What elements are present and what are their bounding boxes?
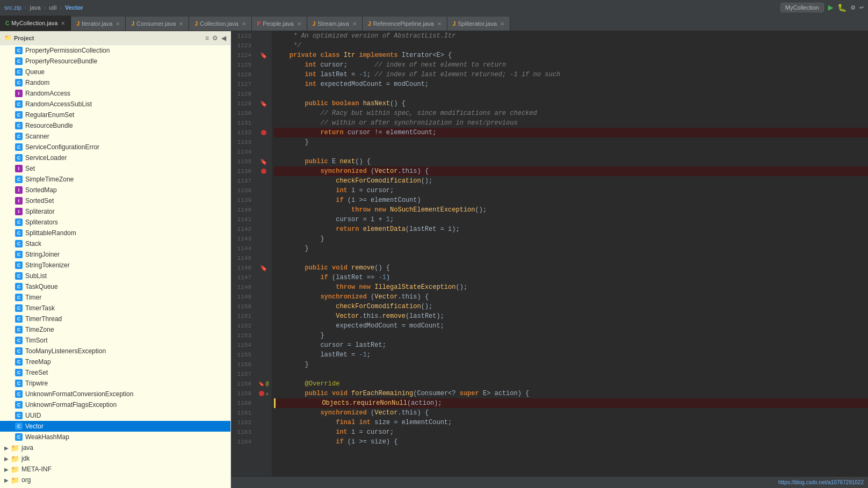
code-line xyxy=(274,253,868,263)
sidebar-item[interactable]: C TimerTask xyxy=(0,303,230,314)
sidebar-item-label: StringTokenizer xyxy=(25,261,70,269)
tab-stream[interactable]: J Stream.java ✕ xyxy=(307,17,363,31)
breakpoint-1136[interactable] xyxy=(261,169,266,174)
code-line xyxy=(274,89,868,99)
sidebar-item[interactable]: C Timer xyxy=(0,292,230,303)
tab-people-close[interactable]: ✕ xyxy=(297,21,301,27)
breakpoint-1160[interactable] xyxy=(259,391,264,396)
code-line: cursor = i + 1; xyxy=(274,215,868,224)
sidebar-collapse-icon[interactable]: ≡ xyxy=(205,34,209,42)
debug-button[interactable]: 🐛 xyxy=(837,3,847,12)
sidebar-item[interactable]: I RandomAccess xyxy=(0,88,230,99)
sidebar-item[interactable]: C UnknownFormatFlagsException xyxy=(0,399,230,410)
bookmark-icon-1129[interactable]: 🔖 xyxy=(260,100,267,107)
tab-spliterator-close[interactable]: ✕ xyxy=(500,21,504,27)
sidebar-item[interactable]: C WeakHashMap xyxy=(0,432,230,442)
sidebar-item[interactable]: C TooManyListenersException xyxy=(0,346,230,356)
sidebar-item-label: ServiceConfigurationError xyxy=(25,143,99,151)
sidebar-settings-icon[interactable]: ⚙ xyxy=(212,34,218,42)
sidebar-item[interactable]: I Set xyxy=(0,163,230,174)
tab-referencepipeline-close[interactable]: ✕ xyxy=(437,21,442,27)
sidebar-item[interactable]: C UnknownFormatConversionException xyxy=(0,389,230,399)
sidebar-item[interactable]: C UUID xyxy=(0,410,230,421)
sidebar-item[interactable]: C ResourceBundle xyxy=(0,120,230,131)
code-line-1160: Objects.requireNonNull(action); xyxy=(274,398,868,408)
tab-spliterator[interactable]: J Spliterator.java ✕ xyxy=(447,17,510,31)
editor-content[interactable]: 1122 1123 1124 1125 1126 1127 1128 1129 … xyxy=(231,31,868,476)
bookmark-icon-1159[interactable]: 🔖 xyxy=(258,381,264,387)
bookmark-icon-1124[interactable]: 🔖 xyxy=(260,52,267,59)
bookmark-icon-1135[interactable]: 🔖 xyxy=(260,158,267,165)
sidebar-item[interactable]: C Stack xyxy=(0,238,230,249)
sidebar-item-label: Spliterator xyxy=(25,208,55,215)
sidebar-item-label: UnknownFormatConversionException xyxy=(25,390,133,398)
breakpoint-1132[interactable] xyxy=(261,130,266,135)
sidebar-item[interactable]: C TreeSet xyxy=(0,367,230,378)
code-line: if (lastRet == -1) xyxy=(274,273,868,282)
path-srczip[interactable]: src.zip xyxy=(4,4,21,11)
code-line: } xyxy=(274,331,868,340)
sidebar-item[interactable]: C TimeZone xyxy=(0,324,230,335)
sidebar-item[interactable]: C Scanner xyxy=(0,131,230,142)
sidebar-item[interactable]: C ServiceConfigurationError xyxy=(0,142,230,152)
tab-mycollection-close[interactable]: ✕ xyxy=(61,20,65,26)
sidebar-item[interactable]: C SplittableRandom xyxy=(0,228,230,238)
undo-icon[interactable]: ↩ xyxy=(859,3,864,12)
settings-icon[interactable]: ⚙ xyxy=(851,3,855,12)
sidebar-item[interactable]: C ServiceLoader xyxy=(0,152,230,163)
tab-consumer-close[interactable]: ✕ xyxy=(179,21,183,27)
tab-stream-close[interactable]: ✕ xyxy=(352,21,357,27)
tab-people[interactable]: P People.java ✕ xyxy=(252,17,307,31)
folder-jdk[interactable]: ▶ 📁 jdk xyxy=(0,453,230,464)
code-line xyxy=(274,147,868,157)
tab-iterator-close[interactable]: ✕ xyxy=(115,21,120,27)
bookmark-icon-1146[interactable]: 🔖 xyxy=(260,265,267,272)
sidebar-item[interactable]: C TimerThread xyxy=(0,314,230,324)
sidebar-item[interactable]: I SortedMap xyxy=(0,185,230,195)
sidebar-item[interactable]: C Random xyxy=(0,77,230,88)
sidebar-item[interactable]: C StringTokenizer xyxy=(0,260,230,271)
tab-iterator[interactable]: J Iterator.java ✕ xyxy=(71,17,126,31)
tab-collection-close[interactable]: ✕ xyxy=(242,21,246,27)
code-line: Vector.this.remove(lastRet); xyxy=(274,311,868,321)
code-line: int i = cursor; xyxy=(274,427,868,437)
code-line: } xyxy=(274,234,868,244)
sidebar-item-vector[interactable]: C Vector xyxy=(0,421,230,432)
sidebar-item-label: Stack xyxy=(25,240,41,247)
sidebar-item[interactable]: C StringJoiner xyxy=(0,249,230,260)
sidebar-item[interactable]: C PropertyPermissionCollection xyxy=(0,45,230,56)
path-java[interactable]: java xyxy=(30,4,40,11)
sidebar-item[interactable]: C SimpleTimeZone xyxy=(0,174,230,185)
status-url: https://blog.csdn.net/a10767291022 xyxy=(778,479,864,485)
run-config-selector[interactable]: MyCollection xyxy=(780,3,824,12)
sidebar-item[interactable]: C TreeMap xyxy=(0,356,230,367)
sidebar-item-label: TimeZone xyxy=(25,326,54,333)
tab-people-label: People.java xyxy=(263,20,294,27)
sidebar-item[interactable]: C Spliterators xyxy=(0,217,230,228)
sidebar-item[interactable]: C TaskQueue xyxy=(0,281,230,292)
sidebar-hide-icon[interactable]: ◀ xyxy=(221,34,226,42)
sidebar-item[interactable]: C RandomAccessSubList xyxy=(0,99,230,110)
path-util[interactable]: util xyxy=(49,4,56,11)
tab-consumer[interactable]: J Consumer.java ✕ xyxy=(126,17,189,31)
code-editor[interactable]: * An optimized version of AbstractList.I… xyxy=(272,31,868,476)
sidebar-item[interactable]: I SortedSet xyxy=(0,195,230,206)
sidebar-item[interactable]: C SubList xyxy=(0,271,230,281)
sidebar-item-label: Random xyxy=(25,79,49,86)
tab-mycollection[interactable]: C MyCollection.java ✕ xyxy=(0,16,71,31)
folder-org[interactable]: ▶ 📁 org xyxy=(0,475,230,485)
tab-collection[interactable]: J Collection.java ✕ xyxy=(189,17,251,31)
path-vector[interactable]: Vector xyxy=(65,4,83,11)
sidebar-item-tripwire[interactable]: C Tripwire xyxy=(0,378,230,389)
sidebar-item[interactable]: C TimSort xyxy=(0,335,230,346)
sidebar-item[interactable]: C Queue xyxy=(0,67,230,77)
run-button[interactable]: ▶ xyxy=(828,2,834,13)
folder-java[interactable]: ▶ 📁 java xyxy=(0,442,230,453)
sidebar-item-label: TooManyListenersException xyxy=(25,347,106,355)
folder-meta[interactable]: ▶ 📁 META-INF xyxy=(0,464,230,475)
tab-referencepipeline[interactable]: J ReferencePipeline.java ✕ xyxy=(363,17,447,31)
code-line: } xyxy=(274,137,868,147)
sidebar-item[interactable]: I Spliterator xyxy=(0,206,230,217)
sidebar-item[interactable]: C PropertyResourceBundle xyxy=(0,56,230,67)
sidebar-item[interactable]: C RegularEnumSet xyxy=(0,110,230,120)
